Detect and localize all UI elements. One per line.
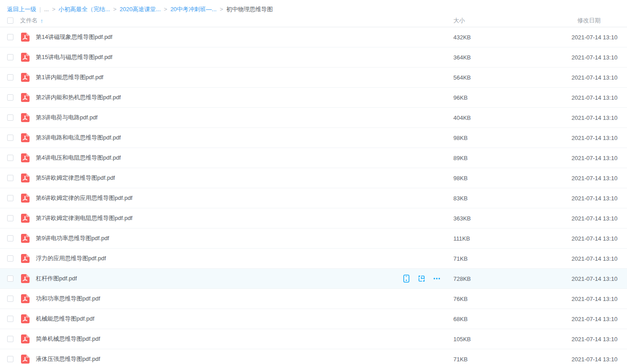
file-name-link[interactable]: 功和功率思维导图pdf.pdf (36, 295, 100, 303)
breadcrumb-link-1[interactable]: 小初高最全（完结... (59, 5, 110, 13)
file-date: 2021-07-14 13:10 (572, 356, 627, 363)
table-row[interactable]: 第2讲内能和热机思维导图pdf.pdf (0, 88, 627, 108)
file-name-link[interactable]: 简单机械思维导图pdf.pdf (36, 335, 100, 343)
table-row[interactable]: 浮力的应用思维导图pdf.pdf (0, 249, 627, 269)
file-name-link[interactable]: 第15讲电与磁思维导图pdf.pdf (36, 53, 112, 61)
table-row[interactable]: 第6讲欧姆定律的应用思维导图pdf.pdf (0, 188, 627, 208)
sort-ascending-icon[interactable]: ↑ (40, 17, 43, 24)
row-checkbox[interactable] (7, 296, 13, 302)
row-checkbox[interactable] (7, 34, 13, 40)
row-checkbox[interactable] (7, 356, 13, 362)
breadcrumb: 返回上一级 | ... > 小初高最全（完结... > 2020高途课堂... … (0, 0, 627, 14)
row-checkbox[interactable] (7, 155, 13, 161)
file-date: 2021-07-14 13:10 (572, 135, 627, 141)
file-name-link[interactable]: 第3讲电荷与电路pdf.pdf (36, 114, 98, 122)
table-row[interactable]: 简单机械思维导图pdf.pdf (0, 329, 627, 349)
table-row[interactable]: 第14讲磁现象思维导图pdf.pdf (0, 27, 627, 47)
table-row[interactable]: 机械能思维导图pdf.pdf (0, 309, 627, 329)
row-checkbox[interactable] (7, 54, 13, 60)
table-row[interactable]: 功和功率思维导图pdf.pdf (0, 289, 627, 309)
select-all-checkbox[interactable] (7, 17, 13, 24)
file-date: 2021-07-14 13:10 (572, 195, 627, 202)
file-date: 2021-07-14 13:10 (572, 296, 627, 302)
save-transfer-button[interactable] (418, 275, 426, 283)
breadcrumb-link-3[interactable]: 20中考冲刺班—... (171, 5, 217, 13)
pdf-file-icon (20, 32, 30, 42)
file-name-link[interactable]: 第3讲电路和电流思维导图pdf.pdf (36, 134, 121, 142)
file-name-link[interactable]: 浮力的应用思维导图pdf.pdf (36, 254, 106, 262)
table-row[interactable]: 杠杆作图pdf.pdf (0, 269, 627, 289)
breadcrumb-current-folder: 初中物理思维导图 (226, 5, 273, 13)
file-name-link[interactable]: 第14讲磁现象思维导图pdf.pdf (36, 33, 112, 41)
breadcrumb-separator: > (113, 6, 117, 13)
table-row[interactable]: 第9讲电功率思维导图pdf.pdf (0, 229, 627, 249)
pdf-file-icon (20, 93, 30, 102)
transfer-icon (418, 275, 426, 283)
row-checkbox[interactable] (7, 255, 13, 262)
row-checkbox[interactable] (7, 235, 13, 241)
breadcrumb-link-2[interactable]: 2020高途课堂... (119, 5, 161, 13)
table-row[interactable]: 第4讲电压和电阻思维导图pdf.pdf (0, 148, 627, 168)
table-row[interactable]: 第3讲电路和电流思维导图pdf.pdf (0, 128, 627, 148)
row-checkbox[interactable] (7, 215, 13, 221)
mobile-icon (403, 275, 410, 283)
row-checkbox[interactable] (7, 135, 13, 141)
list-header: 文件名 ↑ 大小 修改日期 (0, 14, 627, 27)
table-row[interactable]: 第3讲电荷与电路pdf.pdf (0, 108, 627, 128)
row-checkbox[interactable] (7, 74, 13, 80)
file-date: 2021-07-14 13:10 (572, 255, 627, 262)
file-name-link[interactable]: 机械能思维导图pdf.pdf (36, 315, 94, 323)
row-checkbox[interactable] (7, 175, 13, 181)
table-row[interactable]: 液体压强思维导图pdf.pdf (0, 349, 627, 364)
file-name-link[interactable]: 第5讲欧姆定律思维导图pdf.pdf (36, 174, 115, 182)
file-size: 363KB (453, 215, 572, 222)
row-checkbox[interactable] (7, 94, 13, 101)
row-checkbox[interactable] (7, 114, 13, 121)
row-checkbox[interactable] (7, 336, 13, 342)
file-size: 98KB (453, 175, 572, 182)
table-row[interactable]: 第7讲欧姆定律测电阻思维导图pdf.pdf (0, 208, 627, 229)
pdf-file-icon (20, 113, 30, 123)
file-date: 2021-07-14 13:10 (572, 316, 627, 322)
table-row[interactable]: 第15讲电与磁思维导图pdf.pdf (0, 47, 627, 68)
file-size: 96KB (453, 94, 572, 101)
file-size: 404KB (453, 114, 572, 121)
table-row[interactable]: 第5讲欧姆定律思维导图pdf.pdf (0, 168, 627, 188)
file-date: 2021-07-14 13:10 (572, 215, 627, 222)
breadcrumb-divider: | (39, 6, 41, 13)
pdf-file-icon (20, 193, 30, 203)
back-to-parent-link[interactable]: 返回上一级 (7, 5, 36, 13)
file-size: 71KB (453, 356, 572, 363)
file-date: 2021-07-14 13:10 (572, 155, 627, 161)
breadcrumb-separator: > (164, 6, 167, 13)
row-checkbox[interactable] (7, 195, 13, 201)
file-size: 71KB (453, 255, 572, 262)
file-name-link[interactable]: 第7讲欧姆定律测电阻思维导图pdf.pdf (36, 214, 132, 222)
pdf-file-icon (20, 153, 30, 163)
pdf-file-icon (20, 213, 30, 223)
pdf-file-icon (20, 52, 30, 62)
file-size: 68KB (453, 316, 572, 322)
file-name-link[interactable]: 杠杆作图pdf.pdf (36, 275, 77, 283)
row-checkbox[interactable] (7, 316, 13, 322)
table-row[interactable]: 第1讲内能思维导图pdf.pdf (0, 68, 627, 88)
file-name-link[interactable]: 第4讲电压和电阻思维导图pdf.pdf (36, 154, 121, 162)
more-icon (433, 275, 441, 283)
file-name-link[interactable]: 第1讲内能思维导图pdf.pdf (36, 73, 103, 81)
file-name-link[interactable]: 液体压强思维导图pdf.pdf (36, 355, 100, 363)
column-header-size[interactable]: 大小 (453, 17, 572, 25)
file-date: 2021-07-14 13:10 (572, 235, 627, 242)
pdf-file-icon (20, 274, 30, 284)
row-checkbox[interactable] (7, 275, 13, 282)
more-actions-button[interactable] (433, 275, 441, 283)
file-name-link[interactable]: 第2讲内能和热机思维导图pdf.pdf (36, 93, 121, 102)
send-to-mobile-button[interactable] (402, 275, 410, 283)
column-header-name-label: 文件名 (20, 17, 38, 25)
column-header-date[interactable]: 修改日期 (572, 17, 627, 25)
column-header-name[interactable]: 文件名 ↑ (20, 17, 453, 25)
file-size: 76KB (453, 296, 572, 302)
file-name-link[interactable]: 第6讲欧姆定律的应用思维导图pdf.pdf (36, 194, 132, 202)
breadcrumb-ellipsis: ... (44, 6, 49, 13)
file-date: 2021-07-14 13:10 (572, 114, 627, 121)
file-name-link[interactable]: 第9讲电功率思维导图pdf.pdf (36, 234, 109, 242)
